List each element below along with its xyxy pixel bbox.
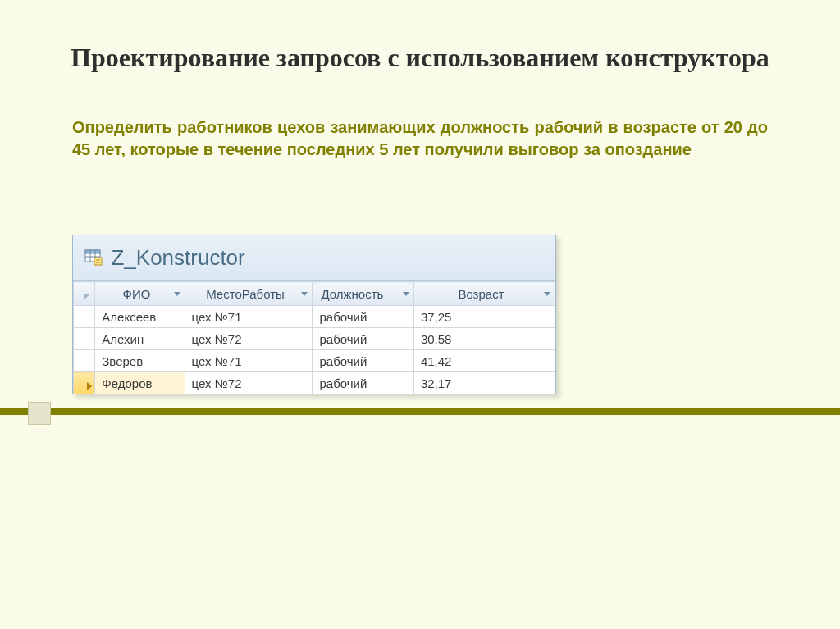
cell-fio[interactable]: Алехин — [95, 328, 185, 350]
dropdown-icon — [300, 289, 308, 298]
slide: Проектирование запросов с использованием… — [0, 0, 840, 629]
slide-title: Проектирование запросов с использованием… — [0, 0, 840, 92]
dropdown-icon — [402, 289, 410, 298]
dropdown-icon — [173, 289, 181, 298]
table-row[interactable]: Алехин цех №72 рабочий 30,58 — [74, 328, 555, 350]
column-header-mesto[interactable]: МестоРаботы — [185, 282, 313, 306]
dropdown-icon — [543, 289, 551, 298]
cell-mesto[interactable]: цех №71 — [185, 350, 313, 372]
cell-mesto[interactable]: цех №71 — [185, 306, 313, 328]
column-header-label: Должность — [321, 287, 383, 301]
cell-dolzh[interactable]: рабочий — [313, 350, 413, 372]
svg-rect-5 — [94, 258, 102, 265]
cell-dolzh[interactable]: рабочий — [313, 306, 413, 328]
datasheet-tab[interactable]: Z_Konstructor — [73, 235, 555, 281]
cell-dolzh[interactable]: рабочий — [313, 328, 413, 350]
row-selector[interactable] — [74, 306, 95, 328]
row-selector[interactable] — [74, 372, 95, 394]
cell-dolzh[interactable]: рабочий — [313, 372, 413, 394]
decorative-square — [28, 402, 51, 425]
cell-mesto[interactable]: цех №72 — [185, 328, 313, 350]
cell-vozr[interactable]: 37,25 — [413, 306, 555, 328]
table-row[interactable]: Зверев цех №71 рабочий 41,42 — [74, 350, 555, 372]
decorative-band — [0, 408, 840, 415]
column-header-label: ФИО — [123, 287, 151, 301]
cell-vozr[interactable]: 32,17 — [413, 372, 555, 394]
column-header-fio[interactable]: ФИО — [95, 282, 185, 306]
cell-fio[interactable]: Федоров — [95, 372, 185, 394]
table-row[interactable]: Федоров цех №72 рабочий 32,17 — [74, 372, 555, 394]
table-header-row: ФИО МестоРаботы Должность — [74, 282, 555, 306]
column-header-vozr[interactable]: Возраст — [413, 282, 555, 306]
table-row[interactable]: Алексеев цех №71 рабочий 37,25 — [74, 306, 555, 328]
cell-fio[interactable]: Алексеев — [95, 306, 185, 328]
query-icon — [84, 248, 103, 269]
select-all-corner[interactable] — [74, 282, 95, 306]
column-header-label: Возраст — [458, 287, 504, 301]
svg-rect-1 — [85, 250, 100, 253]
cell-mesto[interactable]: цех №72 — [185, 372, 313, 394]
cell-vozr[interactable]: 41,42 — [413, 350, 555, 372]
cell-fio[interactable]: Зверев — [95, 350, 185, 372]
row-selector[interactable] — [74, 350, 95, 372]
column-header-label: МестоРаботы — [206, 287, 285, 301]
column-header-dolzh[interactable]: Должность — [313, 282, 413, 306]
slide-subtitle: Определить работников цехов занимающих д… — [72, 116, 768, 161]
datasheet-tab-label: Z_Konstructor — [111, 245, 244, 271]
cell-vozr[interactable]: 30,58 — [413, 328, 555, 350]
row-selector[interactable] — [74, 328, 95, 350]
datasheet-window: Z_Konstructor ФИО — [72, 235, 556, 394]
datasheet-table: ФИО МестоРаботы Должность — [73, 281, 555, 394]
